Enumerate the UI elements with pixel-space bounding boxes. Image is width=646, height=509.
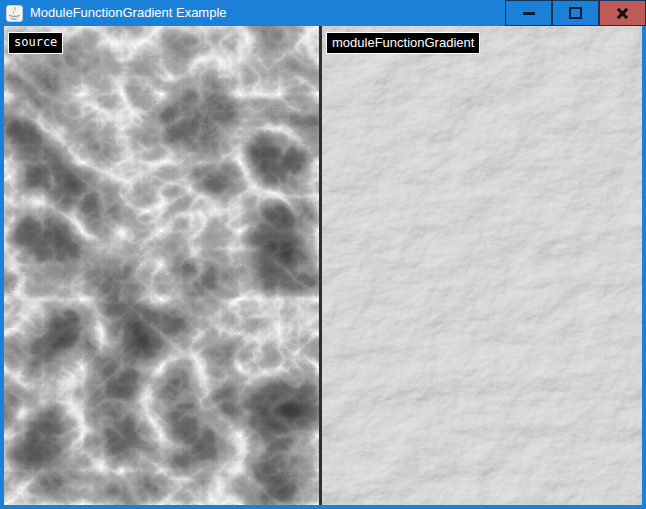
source-image (4, 26, 319, 505)
close-button[interactable] (599, 0, 646, 26)
gradient-panel: moduleFunctionGradient (322, 26, 642, 505)
window-controls (505, 0, 646, 26)
maximize-button[interactable] (552, 0, 599, 26)
source-panel: source (4, 26, 319, 505)
window-title: ModuleFunctionGradient Example (30, 0, 227, 26)
minimize-button[interactable] (505, 0, 552, 26)
titlebar[interactable]: ModuleFunctionGradient Example (0, 0, 646, 26)
close-icon (616, 7, 629, 20)
minimize-icon (523, 12, 535, 15)
app-window: ModuleFunctionGradient Example (0, 0, 646, 509)
module-function-gradient-image (322, 26, 642, 505)
maximize-icon (569, 7, 582, 19)
java-coffee-cup-icon[interactable] (6, 5, 23, 22)
source-label: source (8, 32, 63, 54)
module-function-gradient-label: moduleFunctionGradient (326, 32, 480, 54)
content-area: source (4, 26, 642, 505)
